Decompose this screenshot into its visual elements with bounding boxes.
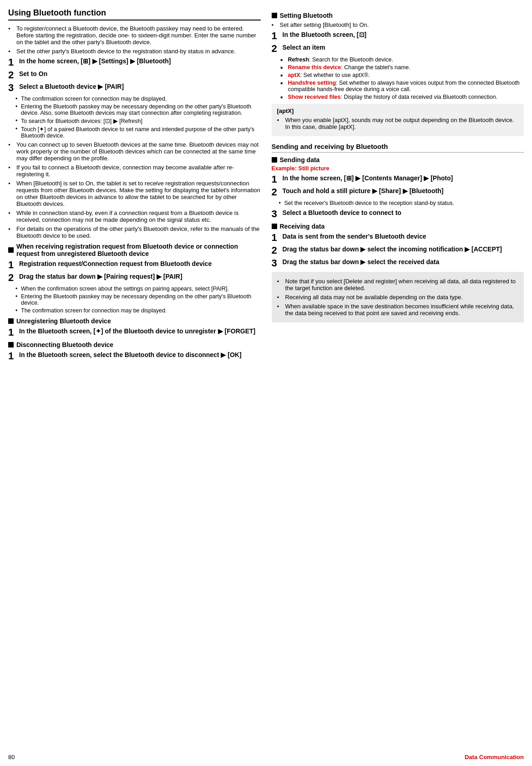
- disconnecting-step-1: 1 In the Bluetooth screen, select the Bl…: [8, 351, 261, 361]
- note-2: If you fail to connect a Bluetooth devic…: [8, 164, 261, 178]
- receiving-step-3: 3 Drag the status bar down ▶ select the …: [272, 258, 524, 268]
- when-receiving-bullet-2: Entering the Bluetooth passkey may be ne…: [15, 293, 261, 306]
- receiving-header: Receiving data: [272, 223, 524, 230]
- when-receiving-bullet-3: The confirmation screen for connection m…: [15, 307, 261, 314]
- disconn-label-1: In the Bluetooth screen, select the Blue…: [19, 351, 242, 358]
- step3-bullet-4: Touch [✦] of a paired Bluetooth device t…: [15, 126, 261, 139]
- black-square-setting-icon: [272, 13, 277, 18]
- receiving-num-1: 1: [272, 233, 281, 243]
- setting-bluetooth-title: Setting Bluetooth: [280, 12, 333, 19]
- setting-bullet-1: Set after setting [Bluetooth] to On.: [272, 21, 524, 28]
- aptx-note-list: When you enable [aptX], sounds may not b…: [277, 117, 519, 130]
- aptx-note: When you enable [aptX], sounds may not b…: [277, 117, 519, 130]
- when-receiving-label-2: Drag the status bar down ▶ [Pairing requ…: [19, 273, 182, 280]
- when-receiving-bullet-1: When the confirmation screen about the s…: [15, 286, 261, 292]
- sending-header: Sending data: [272, 156, 524, 163]
- setting-bullets: Set after setting [Bluetooth] to On.: [272, 21, 524, 28]
- receiving-label-2: Drag the status bar down ▶ select the in…: [283, 245, 502, 253]
- when-receiving-label-1: Registration request/Connection request …: [19, 260, 212, 267]
- receiving-note-1: Note that if you select [Delete and regi…: [277, 278, 519, 291]
- right-step-num-2: 2: [272, 44, 281, 54]
- step3-bullet-1: The confirmation screen for connection m…: [15, 96, 261, 102]
- receiving-label-1: Data is sent from the sender's Bluetooth…: [283, 233, 426, 240]
- setting-items-list: Refresh: Search for the Bluetooth device…: [281, 56, 524, 100]
- step-label-3: Select a Bluetooth device ▶ [PAIR]: [19, 83, 124, 90]
- when-receiving-bullets: When the confirmation screen about the s…: [15, 286, 261, 314]
- left-step-2: 2 Set to On: [8, 70, 261, 80]
- note-4: While in connection stand-by, even if a …: [8, 209, 261, 223]
- aptx-title: [aptX]: [277, 107, 519, 114]
- setting-item-aptx: aptX: Set whether to use aptX®.: [281, 72, 524, 78]
- main-section-title: Using Bluetooth function: [8, 8, 261, 20]
- receiving-step-1: 1 Data is sent from the sender's Bluetoo…: [272, 233, 524, 243]
- sending-step-3: 3 Select a Bluetooth device to connect t…: [272, 209, 524, 219]
- right-column: Setting Bluetooth Set after setting [Blu…: [272, 8, 524, 364]
- receiving-step-2: 2 Drag the status bar down ▶ select the …: [272, 245, 524, 255]
- example-label: Example: Still picture: [272, 165, 524, 172]
- when-receiving-step-1: 1 Registration request/Connection reques…: [8, 260, 261, 270]
- notes-list: You can connect up to seven Bluetooth de…: [8, 141, 261, 239]
- setting-item-rename: Rename this device: Change the tablet's …: [281, 64, 524, 71]
- intro-list: To register/connect a Bluetooth device, …: [8, 25, 261, 55]
- page-number: 80: [8, 754, 15, 761]
- sending-bullets: Set the receiver's Bluetooth device to t…: [279, 200, 524, 206]
- right-step-2: 2 Select an item: [272, 44, 524, 54]
- setting-item-aptx-label: aptX: [288, 72, 300, 78]
- sending-title: Sending data: [280, 156, 320, 163]
- unreg-label-1: In the Bluetooth screen, [✦] of the Blue…: [19, 327, 255, 335]
- sending-step-2: 2 Touch and hold a still picture ▶ [Shar…: [272, 187, 524, 197]
- note-5: For details on the operations of the oth…: [8, 225, 261, 239]
- step3-bullets: The confirmation screen for connection m…: [15, 96, 261, 139]
- sending-label-1: In the home screen, [⊞] ▶ [Contents Mana…: [283, 174, 453, 182]
- setting-bluetooth-header: Setting Bluetooth: [272, 12, 524, 19]
- footer-section: Data Communication: [465, 754, 524, 761]
- right-step-num-1: 1: [272, 31, 281, 41]
- disconn-num-1: 1: [8, 351, 17, 361]
- black-square-sending-icon: [272, 157, 277, 163]
- receiving-note-3: When available space in the save destina…: [277, 303, 519, 317]
- disconnecting-header: Disconnecting Bluetooth device: [8, 341, 261, 348]
- sending-num-1: 1: [272, 174, 281, 184]
- intro-item-2: Set the other party's Bluetooth device t…: [8, 48, 261, 55]
- left-column: Using Bluetooth function To register/con…: [8, 8, 261, 364]
- unregistering-title: Unregistering Bluetooth device: [16, 317, 111, 325]
- step-num-3: 3: [8, 83, 17, 93]
- step3-bullet-3: To search for Bluetooth devices: [⊡] ▶ […: [15, 117, 261, 124]
- sending-step-1: 1 In the home screen, [⊞] ▶ [Contents Ma…: [272, 174, 524, 184]
- sending-num-2: 2: [272, 187, 281, 197]
- when-receiving-header: When receiving registration request from…: [8, 243, 261, 257]
- receiving-notes-list: Note that if you select [Delete and regi…: [277, 278, 519, 317]
- step3-bullet-2: Entering the Bluetooth passkey may be ne…: [15, 103, 261, 116]
- when-receiving-num-1: 1: [8, 260, 17, 270]
- left-step-1: 1 In the home screen, [⊞] ▶ [Settings] ▶…: [8, 57, 261, 67]
- step-num-1: 1: [8, 57, 17, 67]
- note-1: You can connect up to seven Bluetooth de…: [8, 141, 261, 162]
- receiving-notes-box: Note that if you select [Delete and regi…: [272, 272, 524, 322]
- setting-item-handsfree-label: Handsfree setting: [288, 80, 336, 86]
- right-step-label-1: In the Bluetooth screen, [⊡]: [283, 31, 367, 38]
- receiving-title: Receiving data: [280, 223, 325, 230]
- when-receiving-title: When receiving registration request from…: [16, 243, 261, 257]
- black-square-unreg-icon: [8, 318, 14, 324]
- setting-item-showfiles: Show received files: Display the history…: [281, 94, 524, 100]
- sending-num-3: 3: [272, 209, 281, 219]
- step-num-2: 2: [8, 70, 17, 80]
- receiving-num-3: 3: [272, 258, 281, 268]
- unregistering-step-1: 1 In the Bluetooth screen, [✦] of the Bl…: [8, 327, 261, 337]
- right-step-label-2: Select an item: [283, 44, 325, 51]
- setting-item-showfiles-desc: : Display the history of data received v…: [341, 94, 498, 100]
- setting-item-refresh-desc: : Search for the Bluetooth device.: [309, 56, 393, 63]
- when-receiving-step-2: 2 Drag the status bar down ▶ [Pairing re…: [8, 273, 261, 283]
- page-footer: 80 Data Communication: [0, 754, 532, 761]
- disconnecting-title: Disconnecting Bluetooth device: [16, 341, 113, 348]
- setting-item-rename-desc: : Change the tablet's name.: [341, 64, 410, 71]
- left-step-3: 3 Select a Bluetooth device ▶ [PAIR]: [8, 83, 261, 93]
- note-3: When [Bluetooth] is set to On, the table…: [8, 180, 261, 207]
- right-step-1: 1 In the Bluetooth screen, [⊡]: [272, 31, 524, 41]
- setting-item-aptx-desc: : Set whether to use aptX®.: [300, 72, 370, 78]
- intro-item-1: To register/connect a Bluetooth device, …: [8, 25, 261, 46]
- black-square-disconn-icon: [8, 342, 14, 347]
- setting-item-handsfree: Handsfree setting: Set whether to always…: [281, 80, 524, 92]
- aptx-box: [aptX] When you enable [aptX], sounds ma…: [272, 104, 524, 136]
- sending-label-3: Select a Bluetooth device to connect to: [283, 209, 401, 216]
